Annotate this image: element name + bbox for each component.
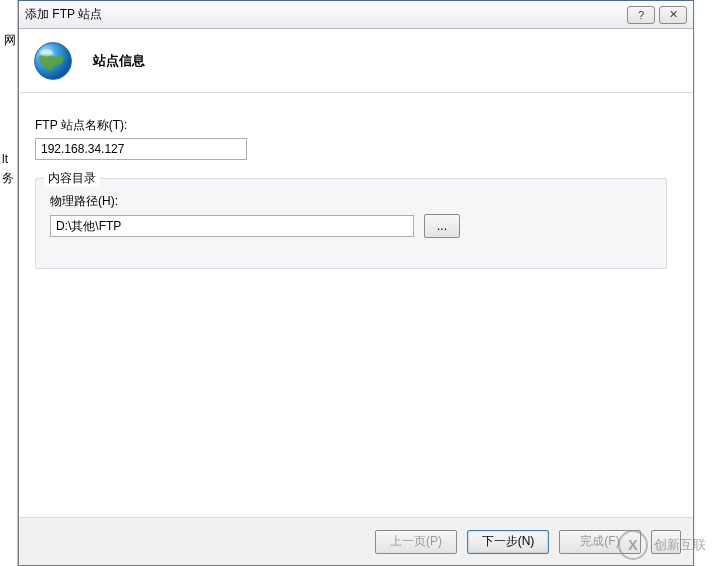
site-name-input[interactable] <box>35 138 247 160</box>
bg-label-2: lt <box>2 152 8 166</box>
physical-path-label: 物理路径(H): <box>50 193 652 210</box>
bg-label-3: 务 <box>2 170 14 187</box>
content-directory-group: 内容目录 物理路径(H): ... <box>35 178 667 269</box>
content-directory-legend: 内容目录 <box>44 170 100 187</box>
svg-point-1 <box>40 49 53 56</box>
previous-button: 上一页(P) <box>375 530 457 554</box>
next-button[interactable]: 下一步(N) <box>467 530 549 554</box>
header-title: 站点信息 <box>93 52 145 70</box>
add-ftp-site-dialog: 添加 FTP 站点 ? ✕ 站点信息 FTP 站点名称(T): 内容目录 物理路… <box>18 0 694 566</box>
watermark-text: 创新互联 <box>654 536 706 554</box>
dialog-title: 添加 FTP 站点 <box>25 6 102 23</box>
bg-label-1: 网 <box>4 32 16 49</box>
dialog-body: FTP 站点名称(T): 内容目录 物理路径(H): ... <box>19 93 693 269</box>
background-panel-strip: 网 lt 务 <box>0 0 18 566</box>
globe-icon <box>31 39 75 83</box>
help-button[interactable]: ? <box>627 6 655 24</box>
physical-path-input[interactable] <box>50 215 414 237</box>
close-button[interactable]: ✕ <box>659 6 687 24</box>
watermark: X 创新互联 <box>618 530 706 560</box>
dialog-header: 站点信息 <box>19 29 693 93</box>
dialog-titlebar: 添加 FTP 站点 ? ✕ <box>19 1 693 29</box>
dialog-footer: 上一页(P) 下一步(N) 完成(F) <box>19 517 693 565</box>
browse-button[interactable]: ... <box>424 214 460 238</box>
site-name-label: FTP 站点名称(T): <box>35 117 677 134</box>
watermark-icon: X <box>618 530 648 560</box>
